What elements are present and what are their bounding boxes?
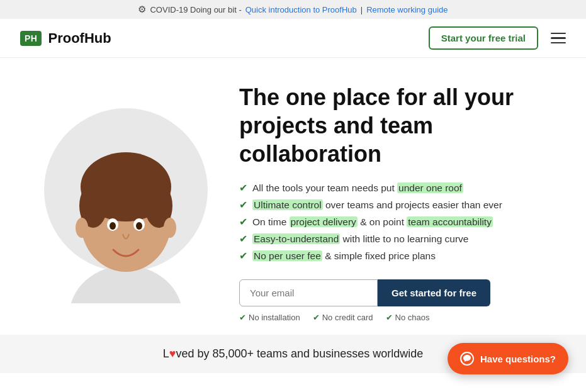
banner-link-intro[interactable]: Quick introduction to ProofHub	[245, 5, 357, 14]
trial-button[interactable]: Start your free trial	[429, 26, 538, 50]
loved-text-after: ved by 85,000+ teams and businesses worl…	[176, 347, 423, 360]
email-input[interactable]	[239, 279, 378, 306]
sub-check-label-2: No credit card	[322, 313, 373, 322]
highlight-easy-to-understand: Easy-to-understand	[252, 233, 340, 244]
hero-content: The one place for all your projects and …	[239, 83, 536, 322]
navbar: PH ProofHub Start your free trial	[0, 19, 586, 58]
feature-text-1: All the tools your team needs put under …	[252, 182, 463, 194]
chat-bubble[interactable]: Have questions?	[448, 343, 568, 374]
hero-person-image	[50, 102, 201, 303]
hero-image-area	[38, 102, 214, 303]
loved-text-before: L	[163, 347, 169, 360]
highlight-ultimate-control: Ultimate control	[252, 199, 323, 210]
feature-item-2: ✔ Ultimate control over teams and projec…	[239, 199, 536, 211]
hamburger-line-2	[551, 37, 566, 39]
email-row: Get started for free	[239, 279, 536, 306]
mini-check-icon-2: ✔	[313, 313, 320, 322]
sub-check-label-1: No installation	[249, 313, 300, 322]
check-icon-2: ✔	[239, 199, 247, 211]
mini-check-icon-3: ✔	[386, 313, 393, 322]
check-icon-4: ✔	[239, 233, 247, 245]
highlight-no-per-user-fee: No per user fee	[252, 250, 322, 261]
feature-item-3: ✔ On time project delivery & on point te…	[239, 216, 536, 228]
highlight-team-accountability: team accountability	[407, 216, 493, 227]
feature-list: ✔ All the tools your team needs put unde…	[239, 182, 536, 262]
banner-separator: |	[361, 5, 363, 14]
logo-name: ProofHub	[48, 30, 111, 47]
top-banner: ⚙ COVID-19 Doing our bit - Quick introdu…	[0, 0, 586, 19]
sub-checks: ✔ No installation ✔ No credit card ✔ No …	[239, 313, 536, 322]
check-icon-5: ✔	[239, 250, 247, 262]
gear-icon: ⚙	[138, 4, 146, 15]
feature-item-1: ✔ All the tools your team needs put unde…	[239, 182, 536, 194]
sub-check-credit-card: ✔ No credit card	[313, 313, 373, 322]
chat-icon	[460, 352, 474, 366]
svg-point-9	[136, 222, 142, 230]
check-icon-3: ✔	[239, 216, 247, 228]
sub-check-label-3: No chaos	[395, 313, 430, 322]
heart-icon: ♥	[169, 347, 176, 360]
person-svg	[50, 102, 201, 303]
feature-text-2: Ultimate control over teams and projects…	[252, 199, 502, 211]
feature-item-4: ✔ Easy-to-understand with little to no l…	[239, 233, 536, 245]
highlight-project-delivery: project delivery	[290, 216, 358, 227]
chat-label: Have questions?	[480, 354, 556, 364]
feature-item-5: ✔ No per user fee & simple fixed price p…	[239, 250, 536, 262]
cta-button[interactable]: Get started for free	[378, 279, 490, 306]
highlight-under-one-roof: under one roof	[397, 182, 463, 193]
feature-text-4: Easy-to-understand with little to no lea…	[252, 233, 468, 245]
mini-check-icon-1: ✔	[239, 313, 246, 322]
check-icon-1: ✔	[239, 182, 247, 194]
feature-text-3: On time project delivery & on point team…	[252, 216, 493, 228]
hamburger-line-1	[551, 33, 566, 35]
svg-point-8	[110, 222, 116, 230]
svg-point-10	[76, 218, 88, 238]
sub-check-installation: ✔ No installation	[239, 313, 300, 322]
banner-text: COVID-19 Doing our bit -	[150, 5, 241, 14]
nav-right: Start your free trial	[429, 26, 566, 50]
feature-text-5: No per user fee & simple fixed price pla…	[252, 250, 436, 262]
hero-title: The one place for all your projects and …	[239, 83, 536, 168]
hero-section: The one place for all your projects and …	[0, 58, 586, 335]
logo-abbr: PH	[20, 31, 42, 46]
hamburger-line-3	[551, 42, 566, 44]
svg-point-11	[164, 218, 176, 238]
banner-link-remote[interactable]: Remote working guide	[366, 5, 448, 14]
logo-area: PH ProofHub	[20, 30, 111, 47]
hamburger-menu[interactable]	[551, 33, 566, 44]
sub-check-chaos: ✔ No chaos	[386, 313, 430, 322]
